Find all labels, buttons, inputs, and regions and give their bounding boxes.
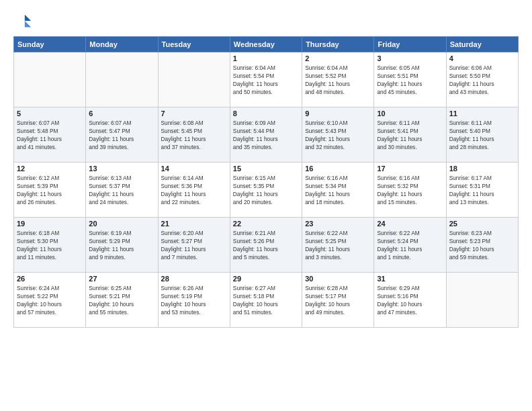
calendar-day-cell: 25Sunrise: 6:23 AM Sunset: 5:23 PM Dayli…: [446, 218, 518, 273]
weekday-header: Tuesday: [158, 37, 230, 52]
calendar-day-cell: 31Sunrise: 6:29 AM Sunset: 5:16 PM Dayli…: [374, 273, 446, 328]
day-info: Sunrise: 6:22 AM Sunset: 5:25 PM Dayligh…: [305, 229, 371, 261]
day-info: Sunrise: 6:04 AM Sunset: 5:52 PM Dayligh…: [305, 64, 371, 96]
day-info: Sunrise: 6:09 AM Sunset: 5:44 PM Dayligh…: [233, 119, 299, 151]
calendar-week-row: 19Sunrise: 6:18 AM Sunset: 5:30 PM Dayli…: [14, 218, 519, 273]
day-info: Sunrise: 6:07 AM Sunset: 5:47 PM Dayligh…: [89, 119, 154, 151]
calendar-day-cell: 5Sunrise: 6:07 AM Sunset: 5:48 PM Daylig…: [14, 107, 86, 163]
calendar-day-cell: 27Sunrise: 6:25 AM Sunset: 5:21 PM Dayli…: [86, 273, 158, 328]
day-info: Sunrise: 6:20 AM Sunset: 5:27 PM Dayligh…: [161, 229, 227, 261]
calendar-day-cell: 13Sunrise: 6:13 AM Sunset: 5:37 PM Dayli…: [86, 163, 158, 218]
calendar-day-cell: 10Sunrise: 6:11 AM Sunset: 5:41 PM Dayli…: [374, 107, 446, 163]
logo: [13, 12, 35, 31]
calendar-week-row: 1Sunrise: 6:04 AM Sunset: 5:54 PM Daylig…: [14, 52, 519, 107]
day-number: 11: [449, 109, 515, 118]
calendar-day-cell: 19Sunrise: 6:18 AM Sunset: 5:30 PM Dayli…: [14, 218, 86, 273]
day-number: 9: [305, 109, 371, 118]
day-number: 31: [377, 275, 443, 283]
day-number: 18: [449, 165, 515, 173]
day-number: 17: [377, 165, 443, 173]
day-number: 27: [89, 275, 154, 283]
day-number: 26: [17, 275, 83, 283]
day-info: Sunrise: 6:26 AM Sunset: 5:19 PM Dayligh…: [161, 284, 227, 316]
calendar-day-cell: 28Sunrise: 6:26 AM Sunset: 5:19 PM Dayli…: [158, 273, 230, 328]
day-number: 12: [17, 165, 83, 173]
day-number: 16: [305, 165, 371, 173]
day-number: 10: [377, 109, 443, 118]
calendar-day-cell: 3Sunrise: 6:05 AM Sunset: 5:51 PM Daylig…: [374, 52, 446, 107]
day-number: 1: [233, 54, 299, 62]
weekday-header: Wednesday: [230, 37, 302, 52]
weekday-header: Sunday: [14, 37, 86, 52]
calendar-day-cell: 6Sunrise: 6:07 AM Sunset: 5:47 PM Daylig…: [86, 107, 158, 163]
day-info: Sunrise: 6:25 AM Sunset: 5:21 PM Dayligh…: [89, 284, 154, 316]
day-info: Sunrise: 6:16 AM Sunset: 5:34 PM Dayligh…: [305, 174, 371, 206]
calendar-day-cell: 4Sunrise: 6:06 AM Sunset: 5:50 PM Daylig…: [446, 52, 518, 107]
day-info: Sunrise: 6:12 AM Sunset: 5:39 PM Dayligh…: [17, 174, 83, 206]
calendar-day-cell: 18Sunrise: 6:17 AM Sunset: 5:31 PM Dayli…: [446, 163, 518, 218]
day-info: Sunrise: 6:27 AM Sunset: 5:18 PM Dayligh…: [233, 284, 299, 316]
day-info: Sunrise: 6:18 AM Sunset: 5:30 PM Dayligh…: [17, 229, 83, 261]
day-number: 30: [305, 275, 371, 283]
calendar-day-cell: 2Sunrise: 6:04 AM Sunset: 5:52 PM Daylig…: [302, 52, 374, 107]
calendar-day-cell: 14Sunrise: 6:14 AM Sunset: 5:36 PM Dayli…: [158, 163, 230, 218]
calendar-day-cell: 17Sunrise: 6:16 AM Sunset: 5:32 PM Dayli…: [374, 163, 446, 218]
day-number: 24: [377, 220, 443, 228]
day-number: 2: [305, 54, 371, 62]
calendar-day-cell: 8Sunrise: 6:09 AM Sunset: 5:44 PM Daylig…: [230, 107, 302, 163]
day-number: 22: [233, 220, 299, 228]
day-info: Sunrise: 6:16 AM Sunset: 5:32 PM Dayligh…: [377, 174, 443, 206]
calendar-day-cell: 20Sunrise: 6:19 AM Sunset: 5:29 PM Dayli…: [86, 218, 158, 273]
header: [13, 12, 519, 31]
weekday-header: Friday: [374, 37, 446, 52]
calendar-day-cell: 30Sunrise: 6:28 AM Sunset: 5:17 PM Dayli…: [302, 273, 374, 328]
day-info: Sunrise: 6:22 AM Sunset: 5:24 PM Dayligh…: [377, 229, 443, 261]
day-info: Sunrise: 6:07 AM Sunset: 5:48 PM Dayligh…: [17, 119, 83, 151]
calendar-day-cell: 22Sunrise: 6:21 AM Sunset: 5:26 PM Dayli…: [230, 218, 302, 273]
calendar-table: SundayMondayTuesdayWednesdayThursdayFrid…: [13, 36, 519, 328]
day-number: 7: [161, 109, 227, 118]
day-info: Sunrise: 6:11 AM Sunset: 5:41 PM Dayligh…: [377, 119, 443, 151]
day-info: Sunrise: 6:21 AM Sunset: 5:26 PM Dayligh…: [233, 229, 299, 261]
calendar-week-row: 26Sunrise: 6:24 AM Sunset: 5:22 PM Dayli…: [14, 273, 519, 328]
day-info: Sunrise: 6:28 AM Sunset: 5:17 PM Dayligh…: [305, 284, 371, 316]
day-number: 6: [89, 109, 154, 118]
day-info: Sunrise: 6:06 AM Sunset: 5:50 PM Dayligh…: [449, 64, 515, 96]
day-info: Sunrise: 6:23 AM Sunset: 5:23 PM Dayligh…: [449, 229, 515, 261]
calendar-day-cell: 1Sunrise: 6:04 AM Sunset: 5:54 PM Daylig…: [230, 52, 302, 107]
day-number: 23: [305, 220, 371, 228]
calendar-day-cell: 9Sunrise: 6:10 AM Sunset: 5:43 PM Daylig…: [302, 107, 374, 163]
calendar-day-cell: 11Sunrise: 6:11 AM Sunset: 5:40 PM Dayli…: [446, 107, 518, 163]
day-info: Sunrise: 6:15 AM Sunset: 5:35 PM Dayligh…: [233, 174, 299, 206]
day-number: 29: [233, 275, 299, 283]
day-info: Sunrise: 6:19 AM Sunset: 5:29 PM Dayligh…: [89, 229, 154, 261]
calendar-day-cell: [158, 52, 230, 107]
calendar-day-cell: 15Sunrise: 6:15 AM Sunset: 5:35 PM Dayli…: [230, 163, 302, 218]
logo-icon: [13, 12, 32, 31]
calendar-day-cell: 26Sunrise: 6:24 AM Sunset: 5:22 PM Dayli…: [14, 273, 86, 328]
day-number: 3: [377, 54, 443, 62]
weekday-header: Monday: [86, 37, 158, 52]
weekday-header: Saturday: [446, 37, 518, 52]
day-number: 5: [17, 109, 83, 118]
day-number: 14: [161, 165, 227, 173]
day-number: 8: [233, 109, 299, 118]
day-info: Sunrise: 6:10 AM Sunset: 5:43 PM Dayligh…: [305, 119, 371, 151]
calendar-week-row: 12Sunrise: 6:12 AM Sunset: 5:39 PM Dayli…: [14, 163, 519, 218]
calendar-week-row: 5Sunrise: 6:07 AM Sunset: 5:48 PM Daylig…: [14, 107, 519, 163]
day-info: Sunrise: 6:13 AM Sunset: 5:37 PM Dayligh…: [89, 174, 154, 206]
calendar-day-cell: [446, 273, 518, 328]
day-number: 15: [233, 165, 299, 173]
day-info: Sunrise: 6:29 AM Sunset: 5:16 PM Dayligh…: [377, 284, 443, 316]
weekday-header: Thursday: [302, 37, 374, 52]
day-number: 20: [89, 220, 154, 228]
day-number: 19: [17, 220, 83, 228]
page: SundayMondayTuesdayWednesdayThursdayFrid…: [0, 0, 532, 411]
calendar-day-cell: 16Sunrise: 6:16 AM Sunset: 5:34 PM Dayli…: [302, 163, 374, 218]
calendar-day-cell: 21Sunrise: 6:20 AM Sunset: 5:27 PM Dayli…: [158, 218, 230, 273]
calendar-day-cell: 29Sunrise: 6:27 AM Sunset: 5:18 PM Dayli…: [230, 273, 302, 328]
calendar-header-row: SundayMondayTuesdayWednesdayThursdayFrid…: [14, 37, 519, 52]
calendar-day-cell: 12Sunrise: 6:12 AM Sunset: 5:39 PM Dayli…: [14, 163, 86, 218]
day-info: Sunrise: 6:17 AM Sunset: 5:31 PM Dayligh…: [449, 174, 515, 206]
day-info: Sunrise: 6:14 AM Sunset: 5:36 PM Dayligh…: [161, 174, 227, 206]
